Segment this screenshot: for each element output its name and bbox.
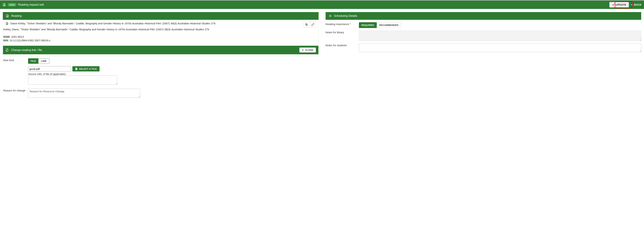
notes-students-row: Notes for students (326, 41, 641, 52)
close-button[interactable]: CLOSE (299, 47, 316, 52)
required-asterisk: * (350, 22, 351, 25)
reading-panel-header: Reading (3, 12, 318, 20)
document-icon (6, 21, 8, 25)
notes-library-label: Notes for library (326, 30, 356, 34)
swap-icon (6, 48, 9, 52)
reason-row: Reason for change (3, 85, 318, 98)
importance-toggle-group: REQUIRED RECOMMENDED (359, 22, 401, 28)
link-button[interactable] (310, 22, 316, 27)
copy-button[interactable] (304, 22, 310, 27)
col-left: Reading Diane Kirkby, '"Ocker Sheilahs" … (3, 12, 318, 98)
select-file-label: SELECT A FILE (79, 68, 97, 70)
document-icon (6, 14, 9, 18)
content: Reading Diane Kirkby, '"Ocker Sheilahs" … (0, 9, 644, 102)
close-label: CLOSE (305, 49, 313, 51)
importance-label-text: Reading importance (326, 22, 350, 25)
notes-students-input[interactable] (359, 43, 641, 52)
kind-file-button[interactable]: FILE (28, 58, 38, 64)
new-kind-row: New kind FILE LINK SELECT A FILE Source … (3, 56, 318, 85)
status-badge: active (8, 3, 16, 6)
document-icon (2, 3, 6, 6)
file-select-row: SELECT A FILE (28, 66, 318, 71)
kind-toggle-group: FILE LINK (28, 58, 50, 64)
doi-label: DOI: (3, 39, 9, 42)
change-link-panel-header: Change reading link / file CLOSE (3, 46, 318, 54)
issn-value: 1031-461X (11, 35, 24, 38)
citation-tail: 279. (211, 22, 216, 25)
change-panel-title: Change reading link / file (11, 48, 42, 52)
importance-required-button[interactable]: REQUIRED (359, 22, 377, 28)
file-name-input[interactable] (28, 66, 71, 71)
upload-icon (75, 67, 78, 70)
header-right: UPDATE BACK (609, 2, 642, 7)
arrow-left-icon (302, 49, 304, 51)
update-button[interactable]: UPDATE (609, 2, 629, 7)
back-button[interactable]: BACK (631, 3, 642, 6)
new-kind-label: New kind (3, 58, 26, 85)
importance-row: Reading importance * REQUIRED RECOMMENDE… (326, 20, 641, 28)
citation-actions (303, 21, 316, 27)
reading-citation: Diane Kirkby, '"Ocker Sheilahs" and "Blo… (10, 21, 302, 25)
select-file-button[interactable]: SELECT A FILE (72, 66, 100, 71)
citation-text: Diane Kirkby, '"Ocker Sheilahs" and "Blo… (10, 22, 178, 25)
notes-library-row: Notes for library (326, 28, 641, 41)
source-url-input[interactable] (28, 75, 118, 85)
kind-link-button[interactable]: LINK (38, 58, 49, 64)
importance-recommended-button[interactable]: RECOMMENDED (377, 22, 401, 28)
reading-summary: Diane Kirkby, '"Ocker Sheilahs" and "Blo… (3, 20, 318, 27)
notes-students-label: Notes for students (326, 43, 356, 47)
header-left: active Reading request edit (2, 3, 44, 6)
reading-citation-alt: Kirkby, Diane, '"Ocker Sheilahs" and "Bl… (3, 27, 318, 44)
scheduling-panel-header: Scheduling Details (326, 12, 641, 20)
citation-text-2: Kirkby, Diane, '"Ocker Sheilahs" and "Bl… (3, 28, 171, 31)
arrow-left-icon (631, 3, 634, 6)
notes-library-input[interactable] (359, 30, 641, 41)
back-label: BACK (634, 3, 642, 6)
doi-value: 10.1111/j.0964-0282.2007.00019.x (10, 39, 50, 42)
col-right: Scheduling Details Reading importance * … (326, 12, 641, 52)
citation-tail-2: 279 (205, 28, 209, 31)
reading-panel-title: Reading (11, 14, 22, 17)
list-icon (328, 14, 332, 18)
citation-italic-2: Australian Historical Studies (171, 28, 205, 31)
citation-italic: Australian Historical Studies (178, 22, 211, 25)
check-icon (612, 3, 615, 6)
reason-label: Reason for change (3, 89, 26, 98)
source-url-label: Source URL of file (if applicable) (28, 72, 318, 75)
header-bar: active Reading request edit UPDATE BACK (0, 0, 644, 9)
importance-label: Reading importance * (326, 22, 356, 26)
page-title: Reading request edit (18, 3, 44, 6)
issn-label: ISSN: (3, 35, 10, 38)
scheduling-panel-title: Scheduling Details (334, 14, 357, 17)
update-label: UPDATE (616, 3, 626, 6)
reading-body: Diane Kirkby, '"Ocker Sheilahs" and "Blo… (3, 20, 318, 56)
reason-input[interactable] (28, 89, 140, 98)
